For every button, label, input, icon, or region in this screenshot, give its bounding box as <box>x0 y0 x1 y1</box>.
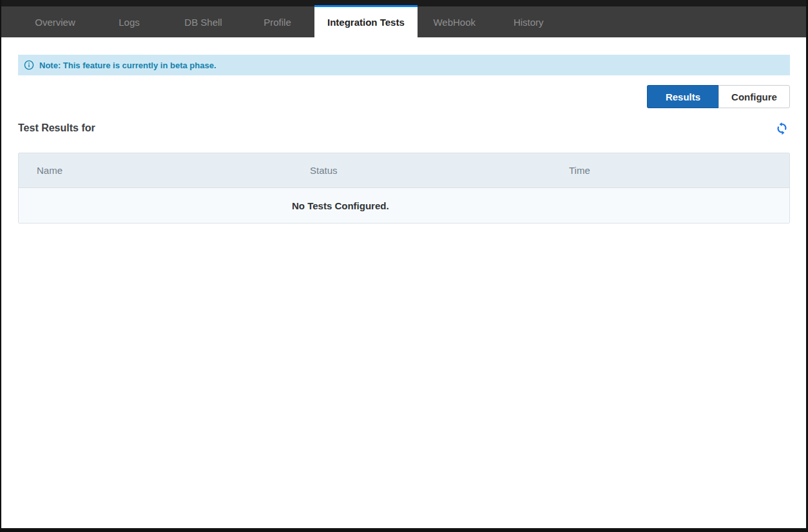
table-empty-row: No Tests Configured. <box>19 188 789 223</box>
refresh-icon <box>775 122 789 135</box>
results-button[interactable]: Results <box>647 85 718 108</box>
tab-integration-tests[interactable]: Integration Tests <box>314 5 418 37</box>
page-content: Note: This feature is currently in beta … <box>1 37 806 528</box>
table-header-row: Name Status Time <box>19 153 789 188</box>
main-tabbar: Overview Logs DB Shell Profile Integrati… <box>1 6 806 37</box>
results-heading-row: Test Results for <box>18 119 790 137</box>
view-toggle-group: Results Configure <box>18 85 790 108</box>
info-circle-icon <box>24 60 34 70</box>
refresh-button[interactable] <box>774 122 790 135</box>
tab-profile[interactable]: Profile <box>240 6 314 37</box>
page-title: Test Results for <box>18 122 95 134</box>
tab-overview[interactable]: Overview <box>18 6 92 37</box>
column-header-name: Name <box>19 165 292 176</box>
configure-button[interactable]: Configure <box>718 85 790 108</box>
column-header-time: Time <box>551 165 789 176</box>
beta-note-text: Note: This feature is currently in beta … <box>39 61 216 70</box>
tab-logs[interactable]: Logs <box>92 6 166 37</box>
test-results-table: Name Status Time No Tests Configured. <box>18 153 790 223</box>
empty-state-message: No Tests Configured. <box>19 200 389 211</box>
tab-webhook[interactable]: WebHook <box>418 6 492 37</box>
tab-history[interactable]: History <box>492 6 566 37</box>
tab-db-shell[interactable]: DB Shell <box>166 6 240 37</box>
app-window: Overview Logs DB Shell Profile Integrati… <box>1 0 806 528</box>
column-header-status: Status <box>292 165 551 176</box>
beta-note-banner: Note: This feature is currently in beta … <box>18 55 790 75</box>
